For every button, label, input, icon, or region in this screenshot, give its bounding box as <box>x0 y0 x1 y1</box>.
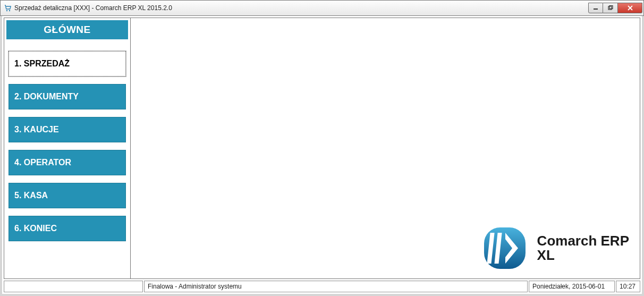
statusbar: Finalowa - Administrator systemu Poniedz… <box>4 281 640 292</box>
brand-logo-icon <box>482 225 528 271</box>
app-cart-icon <box>4 4 12 12</box>
menu-item-operator[interactable]: 4. OPERATOR <box>9 150 126 175</box>
sidebar-header: GŁÓWNE <box>6 20 128 39</box>
menu-item-koniec[interactable]: 6. KONIEC <box>9 216 126 241</box>
svg-rect-3 <box>608 6 612 10</box>
menu-item-dokumenty[interactable]: 2. DOKUMENTY <box>9 84 126 109</box>
brand-line1: Comarch ERP <box>537 234 629 248</box>
window-title: Sprzedaż detaliczna [XXX] - Comarch ERP … <box>14 4 172 12</box>
svg-point-0 <box>6 10 7 11</box>
sidebar: GŁÓWNE 1. SPRZEDAŻ 2. DOKUMENTY 3. KAUCJ… <box>4 18 131 278</box>
menu-item-kaucje[interactable]: 3. KAUCJE <box>9 117 126 142</box>
main-menu: 1. SPRZEDAŻ 2. DOKUMENTY 3. KAUCJE 4. OP… <box>6 51 128 241</box>
window-controls <box>588 3 642 13</box>
minimize-button[interactable] <box>588 3 603 13</box>
window-frame: GŁÓWNE 1. SPRZEDAŻ 2. DOKUMENTY 3. KAUCJ… <box>0 16 644 296</box>
brand-block: Comarch ERP XL <box>482 225 629 271</box>
brand-text: Comarch ERP XL <box>537 234 629 263</box>
maximize-icon <box>608 5 613 11</box>
minimize-icon <box>593 5 598 11</box>
svg-point-1 <box>9 10 10 11</box>
titlebar-left: Sprzedaż detaliczna [XXX] - Comarch ERP … <box>4 4 172 12</box>
maximize-button[interactable] <box>603 3 618 13</box>
svg-rect-4 <box>609 6 613 9</box>
close-icon <box>627 5 633 11</box>
titlebar: Sprzedaż detaliczna [XXX] - Comarch ERP … <box>0 0 644 16</box>
status-cell-empty <box>4 281 143 292</box>
close-button[interactable] <box>618 3 642 13</box>
brand-line2: XL <box>537 248 629 263</box>
menu-item-sprzedaz[interactable]: 1. SPRZEDAŻ <box>9 51 126 77</box>
main-panel: Comarch ERP XL <box>131 18 640 278</box>
status-time: 10:27 <box>616 281 640 292</box>
status-date: Poniedziałek, 2015-06-01 <box>529 281 615 292</box>
content-area: GŁÓWNE 1. SPRZEDAŻ 2. DOKUMENTY 3. KAUCJ… <box>4 18 640 279</box>
status-user: Finalowa - Administrator systemu <box>144 281 528 292</box>
menu-item-kasa[interactable]: 5. KASA <box>9 183 126 208</box>
